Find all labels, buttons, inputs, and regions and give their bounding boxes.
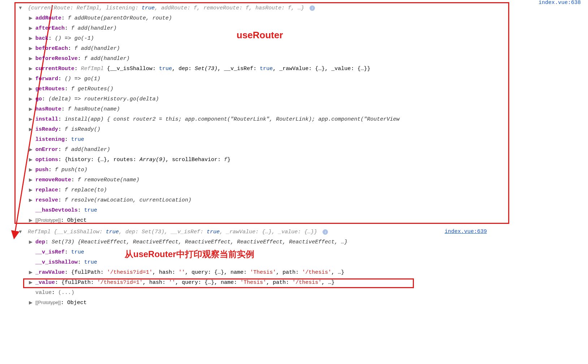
prop-hasRoute[interactable]: ▶hasRoute: f hasRoute(name) (7, 104, 581, 114)
expand-icon[interactable]: ▶ (29, 104, 35, 114)
prop-dep[interactable]: ▶dep: Set(73) {ReactiveEffect, ReactiveE… (7, 237, 581, 247)
prop-isReady[interactable]: ▶isReady: f isReady() (7, 124, 581, 134)
info-icon[interactable]: i (323, 229, 328, 235)
prop-onError[interactable]: ▶onError: f add(handler) (7, 144, 581, 155)
expand-icon[interactable]: ▶ (29, 237, 35, 247)
prop-replace[interactable]: ▶replace: f replace(to) (7, 185, 581, 195)
prop-push[interactable]: ▶push: f push(to) (7, 165, 581, 175)
prop-currentRoute[interactable]: ▶currentRoute: RefImpl {__v_isShallow: t… (7, 64, 581, 74)
prop-back[interactable]: ▶back: () => go(-1) (7, 33, 581, 43)
prop-go[interactable]: ▶go: (delta) => routerHistory.go(delta) (7, 94, 581, 104)
prop-install[interactable]: ▶install: install(app) { const router2 =… (7, 114, 581, 124)
info-icon[interactable]: i (310, 5, 315, 11)
prop-prototype-2[interactable]: ▶[[Prototype]]: Object (7, 298, 581, 308)
expand-icon[interactable]: ▶ (29, 114, 35, 124)
prop-getRoutes[interactable]: ▶getRoutes: f getRoutes() (7, 84, 581, 94)
expand-icon[interactable]: ▶ (29, 124, 35, 134)
expand-icon[interactable]: ▶ (29, 267, 35, 277)
source-link[interactable]: index.vue:639 (445, 227, 487, 237)
prop-afterEach[interactable]: ▶afterEach: f add(handler) (7, 23, 581, 33)
prop-v-isRef[interactable]: __v_isRef: true (7, 247, 581, 257)
expand-icon[interactable]: ▶ (29, 94, 35, 104)
expand-icon[interactable]: ▶ (29, 298, 35, 307)
console-object-summary[interactable]: ▼ {currentRoute: RefImpl, listening: tru… (7, 3, 581, 13)
expand-icon[interactable]: ▶ (29, 195, 35, 205)
expand-icon[interactable]: ▶ (29, 13, 35, 23)
expand-icon[interactable]: ▶ (29, 175, 35, 185)
expand-icon[interactable]: ▶ (29, 215, 35, 225)
expand-icon[interactable]: ▶ (29, 185, 35, 195)
console-object-summary-2[interactable]: ▼ RefImpl {__v_isShallow: true, dep: Set… (7, 227, 581, 237)
prop-listening[interactable]: listening: true (7, 134, 581, 144)
prop-value[interactable]: ▶_value: {fullPath: '/thesis?id=1', hash… (7, 277, 581, 287)
expand-icon[interactable]: ▼ (18, 227, 24, 237)
prop-resolve[interactable]: ▶resolve: f resolve(rawLocation, current… (7, 195, 581, 205)
expand-icon[interactable]: ▶ (29, 155, 35, 164)
prop-options[interactable]: ▶options: {history: {…}, routes: Array(9… (7, 155, 581, 165)
prop-addRoute[interactable]: ▶addRoute: f addRoute(parentOrRoute, rou… (7, 13, 581, 23)
prop-v-isShallow[interactable]: __v_isShallow: true (7, 257, 581, 267)
prop-prototype[interactable]: ▶[[Prototype]]: Object (7, 215, 581, 225)
expand-icon[interactable]: ▼ (18, 3, 24, 13)
prop-beforeEach[interactable]: ▶beforeEach: f add(handler) (7, 43, 581, 53)
expand-icon[interactable]: ▶ (29, 43, 35, 53)
prop-beforeResolve[interactable]: ▶beforeResolve: f add(handler) (7, 53, 581, 64)
prop-hasDevtools[interactable]: __hasDevtools: true (7, 205, 581, 215)
expand-icon[interactable]: ▶ (29, 144, 35, 154)
expand-icon[interactable]: ▶ (29, 165, 35, 174)
expand-icon[interactable]: ▶ (29, 277, 35, 287)
expand-icon[interactable]: ▶ (29, 84, 35, 94)
prop-rawValue[interactable]: ▶_rawValue: {fullPath: '/thesis?id=1', h… (7, 267, 581, 277)
prop-value-getter[interactable]: value: (...) (7, 287, 581, 298)
expand-icon[interactable]: ▶ (29, 33, 35, 43)
expand-icon[interactable]: ▶ (29, 23, 35, 33)
expand-icon[interactable]: ▶ (29, 64, 35, 73)
prop-forward[interactable]: ▶forward: () => go(1) (7, 74, 581, 84)
expand-icon[interactable]: ▶ (29, 53, 35, 63)
prop-removeRoute[interactable]: ▶removeRoute: f removeRoute(name) (7, 175, 581, 185)
expand-icon[interactable]: ▶ (29, 74, 35, 83)
